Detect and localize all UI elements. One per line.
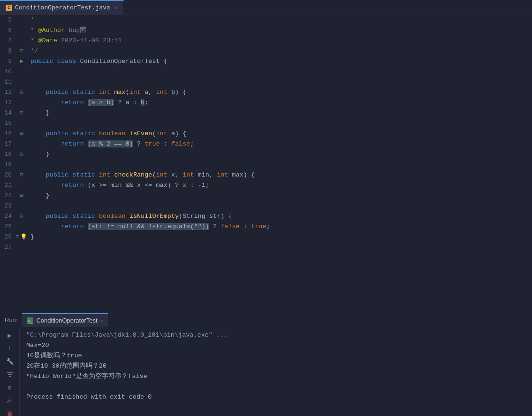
table-row: 19 [0, 160, 532, 170]
fold-icon: ⊟ [16, 232, 19, 242]
code-line-5: * [27, 15, 532, 25]
delete-button[interactable]: 🗑 [5, 409, 15, 416]
code-line-9: public class ConditionOperatorTest { [27, 56, 532, 67]
table-row: 13 return (a > b) ? a : b; [0, 98, 532, 108]
wrench-button[interactable]: 🔧 [5, 356, 15, 367]
svg-rect-3 [8, 374, 12, 375]
line-number: 10 [0, 67, 16, 77]
line-number: 26 [0, 232, 16, 242]
svg-text:>_: >_ [28, 319, 33, 324]
line-number: 9 [0, 56, 16, 67]
run-label: Run: [0, 316, 22, 324]
line-number: 18 [0, 149, 16, 160]
code-line-27 [27, 242, 532, 253]
output-line-blank [26, 382, 525, 392]
code-line-26: } [27, 232, 532, 242]
table-row: 15 [0, 118, 532, 129]
gutter-cell: ⊟ [16, 211, 27, 222]
gutter-cell: ⊟ [16, 46, 27, 56]
line-number: 19 [0, 160, 16, 170]
code-line-14: } [27, 108, 532, 118]
tab-close-button[interactable]: × [115, 5, 118, 11]
gutter-cell: ⊟ [16, 129, 27, 139]
fold-icon: ⊟ [20, 129, 23, 139]
run-tab[interactable]: >_ ConditionOperatorTest × [22, 313, 108, 327]
table-row: 16 ⊟ public static boolean isEven(int a)… [0, 129, 532, 139]
table-row: 26 ⊟ 💡 } [0, 232, 532, 242]
gutter-cell: ⊟ [16, 191, 27, 201]
editor-container: 5 * 6 * @Author bug菌 7 * @Date 2023-11-0… [0, 15, 532, 313]
gutter-cell: ⊟ [16, 170, 27, 180]
console-icon: >_ [27, 317, 33, 324]
table-row: 18 ⊟ } [0, 149, 532, 160]
table-row: 21 return (x >= min && x <= max) ? x : -… [0, 180, 532, 191]
line-number: 15 [0, 118, 16, 129]
editor-tab[interactable]: C ConditionOperatorTest.java × [0, 0, 124, 15]
run-tab-title: ConditionOperatorTest [36, 317, 97, 324]
line-number: 6 [0, 25, 16, 36]
table-row: 12 ⊟ public static int max(int a, int b)… [0, 87, 532, 98]
table-row: 9 ▶ public class ConditionOperatorTest { [0, 56, 532, 67]
output-line-3: 10是偶数吗？true [26, 351, 525, 361]
fold-icon: ⊟ [20, 149, 23, 160]
run-tab-close[interactable]: × [100, 318, 103, 324]
code-line-16: public static boolean isEven(int a) { [27, 129, 532, 139]
gutter-cell: ⊟ [16, 149, 27, 160]
code-line-18: } [27, 149, 532, 160]
line-number: 7 [0, 36, 16, 46]
output-line-exit: Process finished with exit code 0 [26, 392, 525, 402]
gutter-cell: ⊟ 💡 [16, 232, 27, 242]
code-line-6: * @Author bug菌 [27, 25, 532, 36]
table-row: 17 return (a % 2 == 0) ? true : false; [0, 139, 532, 149]
line-number: 17 [0, 139, 16, 149]
line-number: 23 [0, 201, 16, 211]
rerun-button[interactable]: ↑ [5, 343, 15, 354]
fold-icon: ⊟ [20, 108, 23, 118]
line-number: 22 [0, 191, 16, 201]
code-line-22: } [27, 191, 532, 201]
table-row: 6 * @Author bug菌 [0, 25, 532, 36]
editor-wrapper: 5 * 6 * @Author bug菌 7 * @Date 2023-11-0… [0, 15, 532, 313]
run-sidebar: ▶ ↑ 🔧 ⚙ 🖨 🗑 📌 [0, 327, 20, 416]
line-number: 21 [0, 180, 16, 191]
code-line-7: * @Date 2023-11-08 23:11 [27, 36, 532, 46]
run-icon[interactable]: ▶ [20, 56, 23, 67]
code-line-25: return (str != null && !str.equals("")) … [27, 222, 532, 232]
table-row: 23 [0, 201, 532, 211]
line-number: 5 [0, 15, 16, 25]
tab-bar: C ConditionOperatorTest.java × [0, 0, 532, 15]
svg-rect-4 [9, 376, 11, 377]
fold-icon: ⊟ [20, 46, 23, 56]
print-button[interactable]: 🖨 [5, 396, 15, 406]
filter-icon [6, 371, 14, 378]
output-line-1: "C:\Program Files\Java\jdk1.8.0_201\bin\… [26, 330, 525, 340]
table-row: 5 * [0, 15, 532, 25]
settings-button[interactable]: ⚙ [5, 383, 15, 393]
table-row: 25 return (str != null && !str.equals(""… [0, 222, 532, 232]
fold-icon: ⊟ [20, 211, 23, 222]
gutter-cell: ▶ [16, 56, 27, 67]
table-row: 7 * @Date 2023-11-08 23:11 [0, 36, 532, 46]
run-again-button[interactable]: ▶ [5, 330, 15, 340]
table-row: 22 ⊟ } [0, 191, 532, 201]
line-number: 8 [0, 46, 16, 56]
svg-rect-2 [7, 372, 13, 373]
code-line-21: return (x >= min && x <= max) ? x : -1; [27, 180, 532, 191]
code-line-8: */ [27, 46, 532, 56]
output-line-2: Max=20 [26, 340, 525, 351]
code-line-24: public static boolean isNullOrEmpty(Stri… [27, 211, 532, 222]
table-row: 27 [0, 242, 532, 253]
table-row: 20 ⊟ public static int checkRange(int x,… [0, 170, 532, 180]
line-number: 24 [0, 211, 16, 222]
filter-button[interactable] [5, 370, 15, 380]
run-tab-bar: Run: >_ ConditionOperatorTest × [0, 313, 532, 327]
gutter-cell: ⊟ [16, 87, 27, 98]
code-line-15 [27, 118, 532, 129]
fold-icon: ⊟ [20, 170, 23, 180]
run-panel: Run: >_ ConditionOperatorTest × ▶ ↑ 🔧 ⚙ [0, 313, 532, 416]
line-number: 12 [0, 87, 16, 98]
table-row: 14 ⊟ } [0, 108, 532, 118]
code-line-12: public static int max(int a, int b) { [27, 87, 532, 98]
line-number: 14 [0, 108, 16, 118]
warning-icon: 💡 [20, 232, 27, 242]
